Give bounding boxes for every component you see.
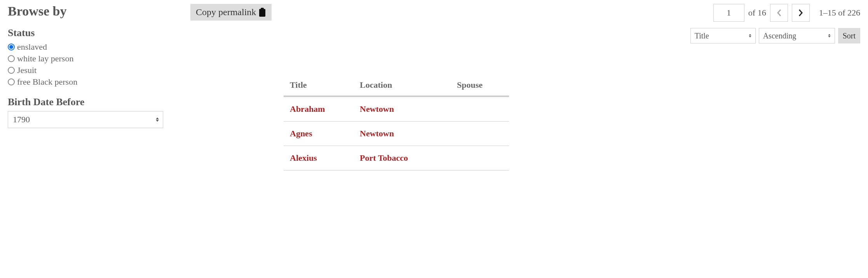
- prev-page-button[interactable]: [770, 4, 788, 22]
- select-arrows-icon: [749, 34, 751, 38]
- radio-label: white lay person: [17, 54, 73, 64]
- birth-date-heading: Birth Date Before: [8, 96, 179, 108]
- status-radio-option[interactable]: free Black person: [8, 77, 179, 87]
- next-page-button[interactable]: [792, 4, 810, 22]
- radio-label: free Black person: [17, 77, 77, 87]
- chevron-right-icon: [798, 9, 803, 16]
- radio-icon: [8, 67, 15, 74]
- table-row: AbrahamNewtown: [284, 97, 509, 122]
- main-content: Copy permalink of 16 1–15 of 226: [190, 4, 860, 170]
- sort-direction-select[interactable]: Ascending: [759, 28, 835, 43]
- radio-label: Jesuit: [17, 65, 37, 75]
- results-range: 1–15 of 226: [819, 8, 860, 18]
- row-location-link[interactable]: Port Tobacco: [360, 153, 408, 163]
- sort-direction-value: Ascending: [763, 31, 797, 40]
- svg-rect-0: [259, 9, 265, 17]
- radio-icon: [8, 55, 15, 62]
- sort-controls: Title Ascending Sort: [690, 28, 860, 43]
- sort-field-select[interactable]: Title: [690, 28, 756, 43]
- status-radio-group: enslavedwhite lay personJesuitfree Black…: [8, 42, 179, 87]
- header-location: Location: [360, 80, 457, 90]
- row-title-link[interactable]: Alexius: [290, 153, 317, 163]
- pagination: of 16 1–15 of 226: [713, 4, 860, 22]
- row-location-link[interactable]: Newtown: [360, 104, 394, 114]
- birth-date-value: 1790: [13, 115, 30, 125]
- page-input[interactable]: [713, 4, 744, 22]
- clipboard-icon: [258, 8, 266, 17]
- row-title-link[interactable]: Abraham: [290, 104, 325, 114]
- sort-button[interactable]: Sort: [838, 28, 860, 43]
- filter-sidebar: Browse by Status enslavedwhite lay perso…: [8, 4, 179, 170]
- status-radio-option[interactable]: Jesuit: [8, 65, 179, 75]
- status-radio-option[interactable]: white lay person: [8, 54, 179, 64]
- birth-date-select[interactable]: 1790: [8, 111, 163, 128]
- row-title-link[interactable]: Agnes: [290, 129, 312, 138]
- table-row: AlexiusPort Tobacco: [284, 146, 509, 170]
- select-arrows-icon: [828, 34, 831, 38]
- row-spouse: [457, 153, 503, 163]
- copy-permalink-label: Copy permalink: [196, 7, 256, 17]
- toolbar: Copy permalink of 16 1–15 of 226: [190, 4, 860, 43]
- svg-rect-1: [261, 8, 264, 10]
- status-heading: Status: [8, 27, 179, 39]
- header-spouse: Spouse: [457, 80, 503, 90]
- sort-field-value: Title: [695, 31, 709, 40]
- results-table: Title Location Spouse AbrahamNewtownAgne…: [284, 75, 509, 170]
- table-body: AbrahamNewtownAgnesNewtownAlexiusPort To…: [284, 97, 509, 170]
- right-controls: of 16 1–15 of 226 Title: [690, 4, 860, 43]
- status-radio-option[interactable]: enslaved: [8, 42, 179, 52]
- browse-by-heading: Browse by: [8, 4, 179, 19]
- select-arrows-icon: [156, 118, 159, 122]
- radio-label: enslaved: [17, 42, 47, 52]
- row-spouse: [457, 129, 503, 139]
- page-of-label: of 16: [748, 8, 766, 18]
- radio-icon: [8, 78, 15, 85]
- copy-permalink-button[interactable]: Copy permalink: [190, 4, 272, 21]
- radio-icon: [8, 43, 15, 50]
- header-title: Title: [290, 80, 360, 90]
- chevron-left-icon: [777, 9, 781, 16]
- table-header: Title Location Spouse: [284, 75, 509, 97]
- row-location-link[interactable]: Newtown: [360, 129, 394, 138]
- row-spouse: [457, 104, 503, 114]
- table-row: AgnesNewtown: [284, 122, 509, 146]
